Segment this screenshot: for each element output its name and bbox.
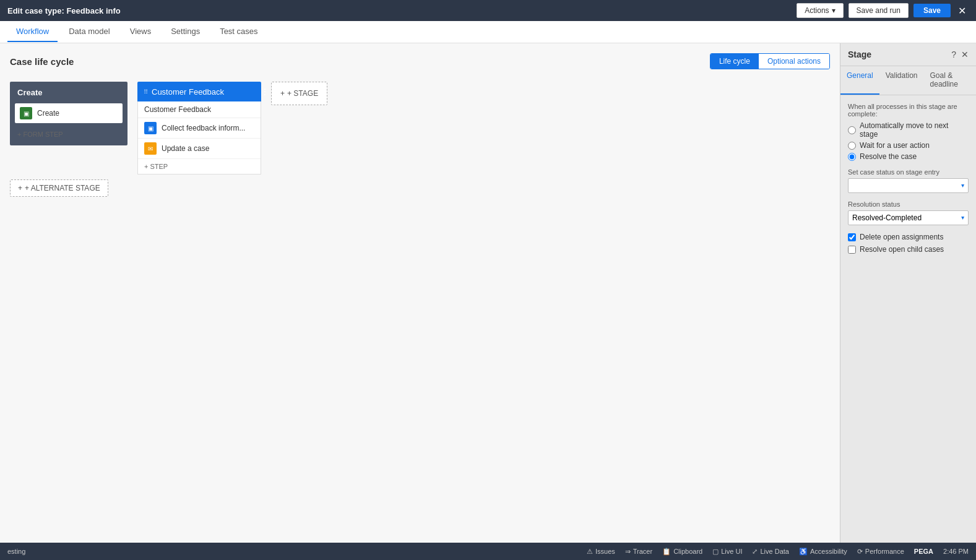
status-accessibility[interactable]: ♿ Accessibility (799, 548, 847, 556)
radio-wait-user[interactable]: Wait for a user action (848, 141, 969, 150)
delete-open-assignments-checkbox[interactable] (848, 233, 856, 241)
status-bar-right: ⚠ Issues ⇒ Tracer 📋 Clipboard ▢ Live UI … (587, 548, 969, 556)
issues-icon: ⚠ (587, 548, 593, 556)
title-prefix: Edit case type: (7, 6, 66, 15)
pega-label: PEGA (914, 548, 933, 555)
panel-help-button[interactable]: ? (951, 50, 956, 59)
create-stage-header: Create (10, 82, 127, 103)
clipboard-icon: 📋 (662, 548, 671, 556)
panel-title: Stage (848, 50, 871, 59)
issues-label: Issues (595, 548, 615, 555)
nav-tabs: Workflow Data model Views Settings Test … (0, 21, 976, 43)
set-case-status-select[interactable] (848, 178, 969, 193)
panel-close-button[interactable]: ✕ (961, 50, 969, 59)
create-step-item[interactable]: ▣ Create (15, 103, 123, 123)
status-clipboard[interactable]: 📋 Clipboard (662, 548, 702, 556)
collect-feedback-step[interactable]: ▣ Collect feedback inform... (138, 118, 261, 139)
title-bar-label: Edit case type: Feedback info (7, 6, 121, 15)
resolve-child-cases-label: Resolve open child cases (860, 245, 944, 254)
live-data-label: Live Data (760, 548, 788, 555)
tracer-icon: ⇒ (625, 548, 631, 556)
resolve-child-cases-option[interactable]: Resolve open child cases (848, 245, 969, 254)
status-live-ui[interactable]: ▢ Live UI (712, 548, 742, 556)
create-step-label: Create (37, 109, 59, 118)
save-and-run-button[interactable]: Save and run (849, 3, 909, 18)
checkboxes-section: Delete open assignments Resolve open chi… (848, 233, 969, 254)
live-ui-icon: ▢ (712, 548, 719, 556)
lifecycle-toggle: Life cycle Optional actions (710, 53, 830, 69)
delete-open-assignments-label: Delete open assignments (860, 233, 943, 241)
main-area: Case life cycle Life cycle Optional acti… (0, 43, 976, 543)
title-bar: Edit case type: Feedback info Actions ▾ … (0, 0, 976, 21)
tab-views[interactable]: Views (121, 22, 160, 42)
stage-name-input[interactable] (152, 87, 256, 97)
radio-wait-user-input[interactable] (848, 142, 856, 150)
update-case-step[interactable]: ✉ Update a case (138, 139, 261, 159)
panel-tab-general[interactable]: General (840, 66, 879, 95)
radio-auto-move-input[interactable] (848, 126, 856, 134)
tab-workflow[interactable]: Workflow (7, 22, 58, 42)
drag-handle-icon: ⠿ (144, 88, 148, 95)
clipboard-label: Clipboard (673, 548, 702, 555)
status-tracer[interactable]: ⇒ Tracer (625, 548, 652, 556)
feedback-stage-column: ⠿ ⋮ Customer Feedback ▣ Collect feedback… (137, 82, 261, 174)
tracer-label: Tracer (633, 548, 652, 555)
status-issues[interactable]: ⚠ Issues (587, 548, 615, 556)
lifecycle-button[interactable]: Life cycle (710, 54, 759, 69)
panel-tab-goal-deadline[interactable]: Goal & deadline (924, 66, 976, 95)
feedback-stage-header: ⠿ ⋮ (137, 82, 261, 101)
radio-wait-user-label: Wait for a user action (860, 141, 930, 150)
tab-data-model[interactable]: Data model (60, 22, 118, 42)
stages-row: Create ▣ Create + FORM STEP ⠿ ⋮ (10, 82, 830, 174)
accessibility-label: Accessibility (810, 548, 847, 555)
create-step-icon: ▣ (20, 107, 32, 119)
performance-icon: ⟳ (857, 548, 863, 556)
canvas-area: Case life cycle Life cycle Optional acti… (0, 43, 840, 543)
status-live-data[interactable]: ⤢ Live Data (752, 548, 788, 556)
delete-open-assignments-option[interactable]: Delete open assignments (848, 233, 969, 241)
add-stage-button[interactable]: + + STAGE (271, 82, 327, 105)
radio-group: Automatically move to next stage Wait fo… (848, 121, 969, 161)
radio-resolve-case[interactable]: Resolve the case (848, 152, 969, 161)
performance-label: Performance (865, 548, 904, 555)
feedback-stage: ⠿ ⋮ Customer Feedback ▣ Collect feedback… (137, 82, 261, 174)
status-left-text: esting (7, 548, 25, 555)
plus-icon: + (280, 89, 285, 98)
canvas-header: Case life cycle Life cycle Optional acti… (10, 53, 830, 69)
panel-tabs: General Validation Goal & deadline (840, 66, 976, 95)
status-text: esting (7, 548, 25, 555)
status-performance[interactable]: ⟳ Performance (857, 548, 904, 556)
actions-label: Actions (805, 6, 829, 15)
alternate-stage-button[interactable]: + + ALTERNATE STAGE (10, 179, 108, 197)
tab-settings[interactable]: Settings (162, 22, 209, 42)
create-stage-label: Create (17, 88, 42, 97)
stage-more-button[interactable]: ⋮ (259, 87, 270, 97)
status-pega[interactable]: PEGA (914, 548, 933, 555)
add-stage-label: + STAGE (287, 89, 318, 98)
title-case-name: Feedback info (66, 6, 120, 15)
panel-header-icons: ? ✕ (951, 50, 969, 59)
create-stage: Create ▣ Create + FORM STEP (10, 82, 127, 145)
actions-button[interactable]: Actions ▾ (797, 3, 843, 18)
accessibility-icon: ♿ (799, 548, 808, 556)
panel-tab-validation[interactable]: Validation (879, 66, 924, 95)
close-button[interactable]: ✕ (956, 5, 969, 17)
radio-auto-move[interactable]: Automatically move to next stage (848, 121, 969, 139)
add-step-button[interactable]: + STEP (138, 159, 261, 174)
live-ui-label: Live UI (721, 548, 742, 555)
alternate-stage-label: + ALTERNATE STAGE (25, 184, 100, 192)
feedback-stage-body: Customer Feedback ▣ Collect feedback inf… (137, 101, 261, 174)
radio-resolve-case-input[interactable] (848, 153, 856, 161)
chevron-down-icon: ▾ (832, 6, 836, 15)
right-panel: Stage ? ✕ General Validation Goal & dead… (840, 43, 976, 543)
optional-actions-button[interactable]: Optional actions (759, 54, 829, 69)
resolve-child-cases-checkbox[interactable] (848, 246, 856, 254)
stage-body-label: Customer Feedback (138, 101, 261, 118)
resolution-status-select[interactable]: Resolved-Completed (848, 210, 969, 225)
tab-test-cases[interactable]: Test cases (211, 22, 266, 42)
status-time: 2:46 PM (943, 548, 969, 555)
save-button[interactable]: Save (913, 4, 951, 17)
add-form-step-button[interactable]: + FORM STEP (15, 128, 123, 140)
collect-feedback-label: Collect feedback inform... (162, 124, 245, 132)
radio-auto-move-label: Automatically move to next stage (860, 121, 969, 139)
